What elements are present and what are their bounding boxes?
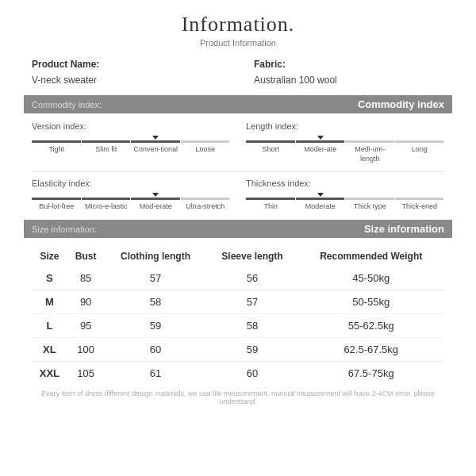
length-lbl-1: Moder-ate	[296, 145, 346, 163]
cell-0-3: 56	[207, 267, 298, 290]
cell-2-0: L	[32, 314, 67, 338]
elasticity-index-title: Elasticity index:	[32, 178, 230, 188]
product-name-label: Product Name:	[32, 59, 222, 70]
elasticity-pointer	[152, 193, 159, 197]
cell-0-4: 45-50kg	[298, 267, 444, 290]
table-row: S85575645-50kg	[32, 267, 444, 290]
version-pointer-row	[32, 136, 230, 140]
cell-4-3: 60	[207, 362, 298, 386]
cell-1-4: 50-55kg	[298, 290, 444, 314]
length-lbl-0: Short	[246, 145, 296, 163]
version-lbl-1: Slim fit	[82, 145, 132, 155]
length-lbl-3: Long	[395, 145, 445, 163]
size-section: Size Bust Clothing length Sleeve length …	[24, 246, 452, 405]
cell-0-0: S	[32, 267, 67, 290]
col-bust: Bust	[67, 246, 105, 267]
thickness-lbl-0: Thin	[246, 202, 296, 212]
version-seg-3	[181, 140, 230, 143]
version-index-title: Version index:	[32, 121, 230, 131]
thickness-scale: Thin Moderate Thick type Thick-ened	[246, 193, 444, 212]
index-row-1: Version index: Tight Slim fit Conve	[32, 121, 444, 163]
col-clothing-length: Clothing length	[104, 246, 206, 267]
length-scale: Short Moder-ate Medi-um-length Long	[246, 136, 444, 163]
size-right-label: Size information	[364, 223, 444, 235]
cell-2-1: 95	[67, 314, 105, 338]
length-index-title: Length index:	[246, 121, 444, 131]
version-seg-0	[32, 140, 81, 143]
cell-4-4: 67.5-75kg	[298, 362, 444, 386]
elasticity-seg-2	[131, 198, 180, 200]
elasticity-pointer-row	[32, 193, 230, 198]
length-seg-2	[345, 140, 394, 143]
cell-1-2: 58	[104, 290, 206, 314]
elasticity-segments	[32, 198, 230, 200]
thickness-seg-2	[345, 198, 394, 200]
thickness-seg-3	[395, 198, 444, 200]
cell-3-2: 60	[104, 338, 206, 362]
version-lbl-0: Tight	[32, 145, 82, 155]
thickness-segments	[246, 198, 444, 200]
fabric-block: Fabric: Australian 100 wool	[222, 59, 444, 86]
cell-2-2: 59	[104, 314, 206, 338]
divider-1	[32, 171, 444, 172]
version-labels: Tight Slim fit Conven-tional Loose	[32, 145, 230, 155]
thickness-labels: Thin Moderate Thick type Thick-ened	[246, 202, 444, 212]
elasticity-lbl-2: Mod-erate	[131, 202, 181, 212]
version-seg-2	[131, 140, 180, 143]
elasticity-lbl-1: Micro-e-lastic	[82, 202, 132, 212]
col-sleeve-length: Sleeve length	[207, 246, 298, 267]
col-size: Size	[32, 246, 67, 267]
cell-2-3: 58	[207, 314, 298, 338]
size-table-head: Size Bust Clothing length Sleeve length …	[32, 246, 444, 267]
cell-3-4: 62.5-67.5kg	[298, 338, 444, 362]
sub-title: Product Information	[24, 38, 452, 48]
table-row: M90585750-55kg	[32, 290, 444, 314]
cell-0-1: 85	[67, 267, 105, 290]
cell-3-0: XL	[32, 338, 67, 362]
footer-note: Every item of dress different design mat…	[32, 390, 444, 405]
length-pointer	[317, 136, 324, 140]
commodity-right-label: Commodity index	[358, 98, 444, 110]
size-left-label: Size information:	[32, 225, 97, 234]
thickness-index-block: Thickness index: Thin Moderate Thic	[246, 178, 444, 212]
fabric-value: Australian 100 wool	[254, 75, 444, 86]
elasticity-seg-3	[181, 198, 230, 200]
commodity-left-label: Commodity index:	[32, 100, 102, 109]
length-segments	[246, 140, 444, 143]
table-row: XXL105616067.5-75kg	[32, 362, 444, 386]
col-recommended-weight: Recommended Weight	[298, 246, 444, 267]
cell-1-1: 90	[67, 290, 105, 314]
version-pointer	[152, 136, 159, 140]
thickness-seg-1	[296, 198, 345, 200]
elasticity-labels: Bul-lot-free Micro-e-lastic Mod-erate Ul…	[32, 202, 230, 212]
elasticity-lbl-3: Ultra-stretch	[181, 202, 231, 212]
table-row: XL100605962.5-67.5kg	[32, 338, 444, 362]
thickness-pointer	[317, 193, 324, 197]
size-table-header-row: Size Bust Clothing length Sleeve length …	[32, 246, 444, 267]
length-index-block: Length index: Short Moder-ate Medi-	[246, 121, 444, 163]
cell-1-3: 57	[207, 290, 298, 314]
elasticity-seg-0	[32, 198, 81, 200]
length-lbl-2: Medi-um-length	[345, 145, 395, 163]
thickness-index-title: Thickness index:	[246, 178, 444, 188]
thickness-pointer-row	[246, 193, 444, 198]
main-title: Information.	[24, 13, 452, 36]
page: Information. Product Information Product…	[0, 0, 476, 476]
thickness-lbl-3: Thick-ened	[395, 202, 445, 212]
version-index-block: Version index: Tight Slim fit Conve	[32, 121, 230, 163]
product-info: Product Name: V-neck sweater Fabric: Aus…	[24, 59, 452, 86]
cell-1-0: M	[32, 290, 67, 314]
size-table: Size Bust Clothing length Sleeve length …	[32, 246, 444, 385]
cell-2-4: 55-62.5kg	[298, 314, 444, 338]
fabric-label: Fabric:	[254, 59, 444, 70]
elasticity-seg-1	[82, 198, 131, 200]
elasticity-scale: Bul-lot-free Micro-e-lastic Mod-erate Ul…	[32, 193, 230, 212]
size-table-body: S85575645-50kgM90585750-55kgL95595855-62…	[32, 267, 444, 385]
product-name-value: V-neck sweater	[32, 75, 222, 86]
length-seg-1	[296, 140, 345, 143]
cell-4-2: 61	[104, 362, 206, 386]
length-seg-3	[395, 140, 444, 143]
size-section-header: Size information: Size information	[24, 220, 452, 238]
version-seg-1	[82, 140, 131, 143]
elasticity-lbl-0: Bul-lot-free	[32, 202, 82, 212]
